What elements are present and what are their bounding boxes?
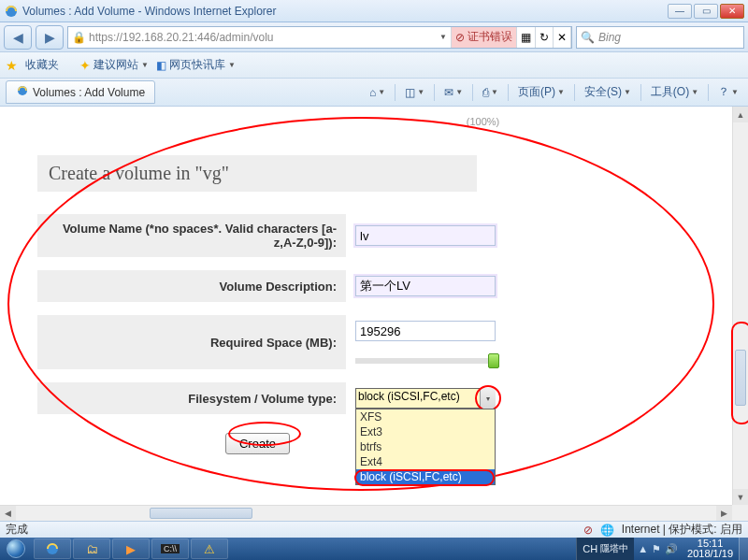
readmail-button[interactable]: ✉▼ — [440, 84, 467, 101]
search-icon: 🔍 — [581, 31, 595, 44]
home-icon: ⌂ — [369, 86, 376, 99]
network-icon[interactable]: ⚑ — [652, 543, 661, 555]
search-input[interactable]: 🔍 Bing — [576, 26, 744, 49]
slider-thumb[interactable] — [488, 353, 499, 368]
scroll-up-button[interactable]: ▲ — [733, 107, 748, 122]
taskbar: 🗂 ▶ C:\\ ⚠ CH 隱塔中 ▲ ⚑ 🔊 15:11 2018/1/19 — [0, 538, 748, 560]
favorites-star-icon[interactable]: ★ — [6, 58, 18, 73]
mail-icon: ✉ — [444, 86, 453, 99]
fstype-option[interactable]: btrfs — [356, 439, 495, 454]
task-ie[interactable] — [34, 538, 71, 559]
star-icon: ✦ — [79, 58, 91, 73]
system-clock[interactable]: 15:11 2018/1/19 — [682, 538, 739, 559]
chevron-down-icon: ▾ — [486, 395, 490, 403]
fstype-option-selected[interactable]: block (iSCSI,FC,etc) — [356, 469, 495, 484]
page-viewport: (100%) Create a volume in "vg" Volume Na… — [0, 107, 748, 521]
status-bar: 完成 ⊘ 🌐 Internet | 保护模式: 启用 — [0, 521, 748, 538]
fstype-select[interactable]: block (iSCSI,FC,etc) ▾ — [355, 388, 496, 409]
address-bar[interactable]: 🔒 https://192.168.20.21:446/admin/volu ▼… — [67, 26, 572, 49]
certificate-error-badge[interactable]: ⊘ 证书错误 — [452, 27, 517, 48]
scroll-left-button[interactable]: ◀ — [0, 506, 16, 521]
tray-icons[interactable]: ▲ ⚑ 🔊 — [634, 543, 682, 555]
stop-button[interactable]: ✕ — [554, 27, 571, 48]
chevron-down-icon[interactable]: ▼ — [439, 33, 447, 41]
volume-form: Volume Name (*no spaces*. Valid characte… — [37, 214, 524, 454]
volume-name-input[interactable] — [355, 225, 496, 246]
form-heading: Create a volume in "vg" — [37, 155, 477, 192]
ime-indicator[interactable]: CH 隱塔中 — [576, 538, 634, 560]
security-zone: Internet | 保护模式: 启用 — [622, 522, 742, 538]
terminal-icon: C:\\ — [161, 544, 180, 553]
chevron-down-icon: ▼ — [228, 61, 236, 69]
ie-icon — [16, 84, 29, 100]
favorites-label[interactable]: 收藏夹 — [25, 57, 59, 73]
fstype-option[interactable]: XFS — [356, 409, 495, 424]
status-text: 完成 — [6, 522, 28, 538]
fstype-options-list: XFS Ext3 btrfs Ext4 block (iSCSI,FC,etc) — [355, 409, 496, 485]
page-label: 页面(P) — [518, 84, 555, 100]
required-space-label: Required Space (MB): — [37, 315, 346, 369]
play-icon: ▶ — [126, 542, 136, 556]
chevron-down-icon: ▼ — [141, 61, 149, 69]
warning-icon: ⚠ — [204, 542, 215, 556]
volume-desc-input[interactable] — [355, 276, 496, 296]
start-button[interactable] — [0, 538, 32, 560]
lock-icon: 🔒 — [72, 31, 86, 44]
ie-icon — [4, 4, 19, 19]
vertical-scrollbar[interactable]: ▲ ▼ — [732, 107, 748, 505]
home-button[interactable]: ⌂▼ — [366, 84, 389, 101]
refresh-button[interactable]: ↻ — [536, 27, 554, 48]
fstype-label: Filesystem / Volume type: — [37, 382, 346, 414]
page-menu[interactable]: 页面(P)▼ — [514, 82, 568, 102]
restore-button[interactable]: ▭ — [694, 4, 718, 19]
tray-icon[interactable]: ▲ — [638, 543, 648, 554]
volume-name-label: Volume Name (*no spaces*. Valid characte… — [37, 214, 346, 257]
help-button[interactable]: ？▼ — [714, 82, 742, 102]
volume-desc-label: Volume Description: — [37, 270, 346, 302]
required-space-input[interactable] — [355, 321, 496, 341]
browser-tab[interactable]: Volumes : Add Volume — [6, 80, 155, 104]
horizontal-scrollbar[interactable]: ◀ ▶ — [0, 505, 732, 521]
window-titlebar: Volumes : Add Volume - Windows Internet … — [0, 0, 748, 22]
create-button[interactable]: Create — [225, 433, 290, 454]
volume-icon[interactable]: 🔊 — [665, 543, 678, 555]
popup-blocker-icon[interactable]: ⊘ — [583, 524, 593, 537]
print-button[interactable]: ⎙▼ — [479, 84, 502, 101]
suggested-label: 建议网站 — [94, 57, 138, 73]
scroll-thumb[interactable] — [150, 508, 252, 519]
task-cmd[interactable]: C:\\ — [151, 538, 189, 559]
task-alert[interactable]: ⚠ — [191, 538, 228, 559]
show-desktop-button[interactable] — [739, 538, 748, 560]
forward-button[interactable]: ▶ — [36, 25, 64, 50]
feeds-icon: ◫ — [405, 86, 415, 99]
back-button[interactable]: ◀ — [4, 25, 32, 50]
webslice-link[interactable]: ◧ 网页快讯库 ▼ — [156, 57, 236, 73]
cert-error-icon: ⊘ — [455, 31, 465, 44]
tools-menu[interactable]: 工具(O)▼ — [647, 82, 702, 102]
stop-icon: ✕ — [557, 31, 567, 44]
fstype-option[interactable]: Ext4 — [356, 454, 495, 469]
close-button[interactable]: ✕ — [720, 4, 744, 19]
task-mediaplayer[interactable]: ▶ — [112, 538, 150, 559]
scroll-down-button[interactable]: ▼ — [733, 489, 748, 505]
scroll-right-button[interactable]: ▶ — [716, 506, 732, 521]
safety-menu[interactable]: 安全(S)▼ — [581, 82, 635, 102]
free-space-percent: (100%) — [262, 116, 704, 127]
fstype-dropdown-button[interactable]: ▾ — [480, 388, 496, 409]
windows-orb-icon — [7, 539, 25, 558]
fstype-option[interactable]: Ext3 — [356, 424, 495, 439]
help-icon: ？ — [718, 84, 729, 100]
compat-view-button[interactable]: ▦ — [517, 27, 536, 48]
tools-label: 工具(O) — [651, 84, 689, 100]
scroll-thumb[interactable] — [735, 350, 746, 406]
space-slider[interactable] — [355, 358, 496, 364]
suggested-sites-link[interactable]: ✦ 建议网站 ▼ — [79, 57, 149, 73]
ime-lang: CH — [583, 543, 597, 554]
feeds-button[interactable]: ◫▼ — [401, 84, 428, 101]
task-explorer[interactable]: 🗂 — [73, 538, 110, 559]
minimize-button[interactable]: — — [668, 4, 692, 19]
webslice-icon: ◧ — [156, 59, 166, 72]
globe-icon: 🌐 — [600, 524, 614, 537]
window-title: Volumes : Add Volume - Windows Internet … — [22, 5, 668, 18]
ime-status: 隱塔中 — [600, 542, 628, 555]
